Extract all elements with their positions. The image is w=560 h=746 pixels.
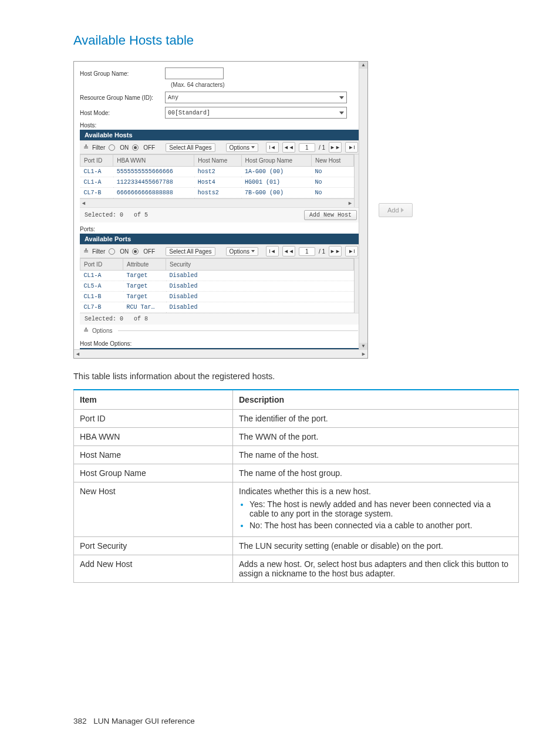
- first-page-button[interactable]: I◄: [266, 246, 279, 256]
- table-row[interactable]: CL1-A Target Disabled: [80, 271, 354, 281]
- collapse-icon[interactable]: [83, 248, 89, 255]
- table-row[interactable]: CL1-A 5555555555666666 host2 1A-G00 (00)…: [80, 167, 354, 177]
- page-footer: 382 LUN Manager GUI reference: [73, 717, 195, 725]
- table-row[interactable]: CL7-B 6666666666888888 hosts2 7B-G00 (00…: [80, 188, 354, 198]
- next-page-button[interactable]: ►►: [329, 246, 342, 256]
- available-hosts-table: Port ID HBA WWN Host Name Host Group Nam…: [80, 154, 354, 198]
- col-new-host[interactable]: New Host: [312, 155, 354, 167]
- next-page-button[interactable]: ►►: [329, 142, 342, 153]
- filter-label: Filter: [92, 144, 105, 151]
- host-mode-value: 00[Standard]: [168, 110, 210, 116]
- filter-label: Filter: [92, 248, 105, 255]
- hosts-status: Selected: 0 of 5 Add New Host: [80, 207, 362, 222]
- filter-off-radio[interactable]: [132, 144, 139, 151]
- table-row[interactable]: CL1-B Target Disabled: [80, 292, 354, 302]
- dialog-panel: Host Group Name: (Max. 64 characters) Re…: [73, 61, 368, 359]
- col-attribute[interactable]: Attribute: [123, 259, 166, 271]
- footer-title: LUN Manager GUI reference: [93, 717, 195, 725]
- page-current[interactable]: 1: [299, 143, 315, 152]
- table-row[interactable]: CL1-A 1122334455667788 Host4 HG001 (01) …: [80, 177, 354, 188]
- new-host-intro: Indicates whether this is a new host.: [239, 487, 371, 496]
- page-current[interactable]: 1: [299, 247, 315, 256]
- section-title: Available Hosts table: [73, 33, 519, 48]
- filter-off-label: OFF: [143, 144, 155, 151]
- col-security[interactable]: Security: [166, 259, 354, 271]
- hosts-toolbar: Filter ON OFF Select All Pages Options I…: [80, 140, 362, 154]
- doc-col-item: Item: [74, 390, 233, 410]
- description-text: This table lists information about the r…: [73, 372, 519, 381]
- dialog-v-scrollbar[interactable]: ▲▼: [359, 62, 367, 350]
- resource-group-value: Any: [168, 94, 178, 101]
- filter-off-radio[interactable]: [132, 248, 139, 255]
- filter-on-label: ON: [120, 144, 129, 151]
- collapse-icon[interactable]: [83, 327, 89, 335]
- host-mode-options-label: Host Mode Options:: [80, 340, 362, 347]
- available-hosts-header: Available Hosts: [80, 130, 362, 140]
- options-button[interactable]: Options: [226, 143, 258, 152]
- select-all-pages-button[interactable]: Select All Pages: [166, 143, 215, 152]
- table-row[interactable]: CL5-A Target Disabled: [80, 281, 354, 292]
- table-row: Port Security The LUN security setting (…: [74, 537, 519, 555]
- screenshot-area: Host Group Name: (Max. 64 characters) Re…: [73, 61, 519, 359]
- list-item: No: The host has been connected via a ca…: [249, 521, 512, 530]
- chevron-down-icon: [339, 112, 344, 114]
- available-ports-header: Available Ports: [80, 234, 362, 244]
- ports-label: Ports:: [80, 226, 362, 232]
- resource-group-label: Resource Group Name (ID):: [80, 94, 165, 101]
- host-mode-select[interactable]: 00[Standard]: [165, 107, 347, 119]
- table-row: Add New Host Adds a new host. Or, select…: [74, 555, 519, 583]
- table-row: Host Group Name The name of the host gro…: [74, 464, 519, 482]
- last-page-button[interactable]: ►I: [345, 246, 358, 256]
- filter-on-radio[interactable]: [109, 144, 115, 151]
- col-host-name[interactable]: Host Name: [194, 155, 241, 167]
- filter-on-label: ON: [120, 248, 129, 255]
- prev-page-button[interactable]: ◄◄: [282, 246, 295, 256]
- host-group-name-input[interactable]: [165, 67, 224, 79]
- list-item: Yes: The host is newly added and has nev…: [249, 499, 512, 518]
- collapse-icon[interactable]: [83, 144, 89, 151]
- filter-on-radio[interactable]: [109, 248, 115, 255]
- page-number: 382: [73, 717, 87, 725]
- host-group-name-label: Host Group Name:: [80, 70, 165, 77]
- table-row: New Host Indicates whether this is a new…: [74, 482, 519, 537]
- last-page-button[interactable]: ►I: [345, 142, 358, 153]
- chevron-down-icon: [339, 96, 344, 99]
- add-button[interactable]: Add: [379, 203, 413, 217]
- hosts-label: Hosts:: [80, 122, 362, 129]
- options-section-label: Options: [92, 328, 112, 334]
- h-scrollbar[interactable]: ◄►: [80, 198, 354, 207]
- filter-off-label: OFF: [143, 248, 155, 255]
- first-page-button[interactable]: I◄: [266, 142, 279, 153]
- col-port-id[interactable]: Port ID: [80, 155, 113, 167]
- ports-status: Selected: 0 of 8: [80, 313, 362, 325]
- resource-group-select[interactable]: Any: [165, 92, 347, 103]
- prev-page-button[interactable]: ◄◄: [282, 142, 295, 153]
- table-row: Host Name The name of the host.: [74, 446, 519, 464]
- table-row: HBA WWN The WWN of the port.: [74, 428, 519, 446]
- col-port-id[interactable]: Port ID: [80, 259, 123, 271]
- available-ports-table: Port ID Attribute Security CL1-A Target …: [80, 258, 354, 313]
- chevron-right-icon: [401, 208, 404, 212]
- options-button[interactable]: Options: [226, 247, 258, 256]
- col-hba-wwn[interactable]: HBA WWN: [113, 155, 194, 167]
- table-row: Port ID The identifier of the port.: [74, 410, 519, 428]
- doc-col-description: Description: [233, 390, 519, 410]
- table-row[interactable]: CL7-B RCU Tar… Disabled: [80, 302, 354, 313]
- col-host-group-name[interactable]: Host Group Name: [241, 155, 311, 167]
- documentation-table: Item Description Port ID The identifier …: [73, 389, 519, 583]
- page-total: / 1: [319, 248, 325, 255]
- dialog-h-scrollbar[interactable]: ◄►: [74, 349, 367, 358]
- ports-toolbar: Filter ON OFF Select All Pages Options I…: [80, 244, 362, 258]
- max-chars-note: (Max. 64 characters): [171, 82, 362, 88]
- host-mode-label: Host Mode:: [80, 110, 165, 116]
- page-total: / 1: [319, 144, 325, 151]
- add-new-host-button[interactable]: Add New Host: [304, 210, 357, 220]
- select-all-pages-button[interactable]: Select All Pages: [166, 247, 215, 256]
